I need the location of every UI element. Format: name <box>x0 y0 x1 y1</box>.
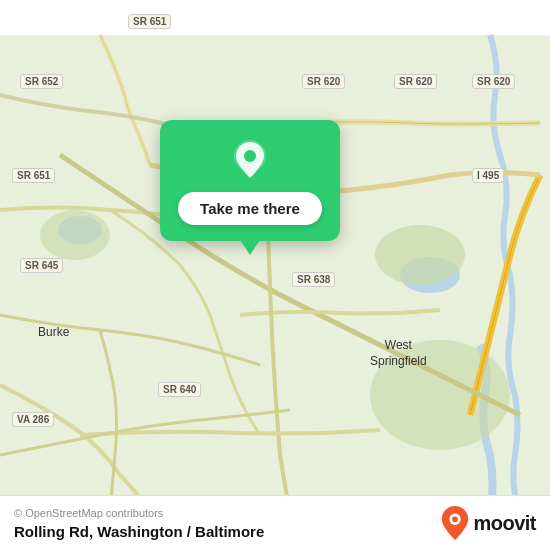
popup-card: Take me there <box>160 120 340 241</box>
osm-attribution: © OpenStreetMap contributors <box>14 507 264 519</box>
road-label-va286: VA 286 <box>12 412 54 427</box>
moovit-pin-icon <box>441 506 469 540</box>
town-label-burke: Burke <box>38 325 69 339</box>
road-label-sr620-left: SR 620 <box>302 74 345 89</box>
road-label-i495: I 495 <box>472 168 504 183</box>
road-label-sr651-left: SR 651 <box>12 168 55 183</box>
bottom-info: © OpenStreetMap contributors Rolling Rd,… <box>14 507 264 540</box>
road-label-sr645-bot: SR 645 <box>20 258 63 273</box>
road-label-sr651-top: SR 651 <box>128 14 171 29</box>
bottom-bar: © OpenStreetMap contributors Rolling Rd,… <box>0 495 550 550</box>
road-label-sr620-right: SR 620 <box>472 74 515 89</box>
moovit-brand-text: moovit <box>473 512 536 535</box>
road-label-sr652: SR 652 <box>20 74 63 89</box>
moovit-logo: moovit <box>441 506 536 540</box>
road-label-sr640: SR 640 <box>158 382 201 397</box>
town-label-west-springfield: WestSpringfield <box>370 338 427 369</box>
svg-point-3 <box>375 225 465 285</box>
road-label-sr638: SR 638 <box>292 272 335 287</box>
road-label-sr620-mid: SR 620 <box>394 74 437 89</box>
svg-point-4 <box>40 210 110 260</box>
svg-point-7 <box>244 150 256 162</box>
map-container: SR 651 SR 652 SR 651 SR 645 SR 620 SR 62… <box>0 0 550 550</box>
location-pin-icon <box>228 138 272 182</box>
take-me-there-button[interactable]: Take me there <box>178 192 322 225</box>
location-label: Rolling Rd, Washington / Baltimore <box>14 523 264 540</box>
svg-point-9 <box>453 516 459 522</box>
